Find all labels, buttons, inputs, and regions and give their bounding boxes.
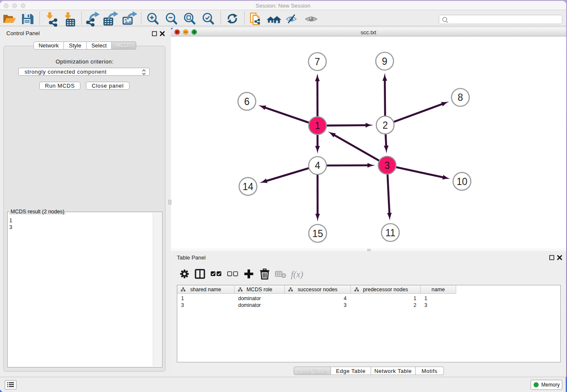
svg-text:9: 9 (382, 56, 388, 67)
svg-text:2: 2 (383, 120, 388, 131)
svg-text:8: 8 (458, 92, 463, 103)
svg-text:15: 15 (312, 228, 323, 239)
svg-text:14: 14 (242, 181, 253, 192)
svg-text:7: 7 (315, 56, 320, 67)
svg-text:4: 4 (315, 160, 320, 171)
svg-text:10: 10 (457, 176, 468, 187)
svg-text:11: 11 (385, 227, 396, 238)
svg-text:3: 3 (384, 160, 390, 171)
svg-text:1: 1 (315, 120, 320, 131)
svg-text:6: 6 (244, 96, 250, 107)
